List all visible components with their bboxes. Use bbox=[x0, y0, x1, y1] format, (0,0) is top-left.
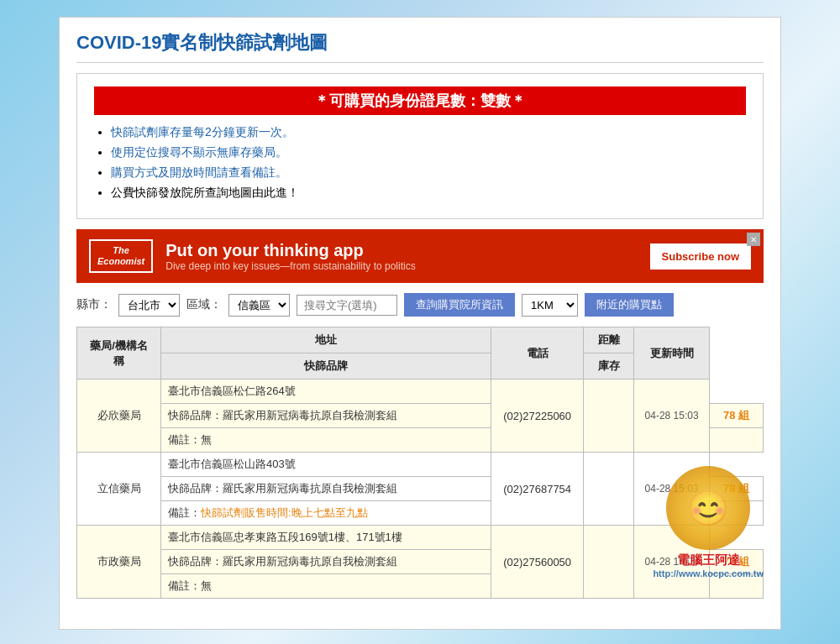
note-link-2[interactable]: 快篩試劑販售時間:晚上七點至九點 bbox=[201, 506, 368, 519]
th-phone: 電話 bbox=[491, 327, 584, 380]
notice-text-4: 公費快篩發放院所查詢地圖由此進！ bbox=[111, 186, 299, 199]
notice-link-1[interactable]: 快篩試劑庫存量每2分鐘更新一次。 bbox=[111, 125, 294, 139]
pharmacy-name-2: 立信藥局 bbox=[77, 453, 161, 526]
district-select[interactable]: 信義區 bbox=[228, 294, 290, 317]
nearby-button[interactable]: 附近的購買點 bbox=[585, 293, 674, 317]
notice-item-1: 快篩試劑庫存量每2分鐘更新一次。 bbox=[111, 125, 746, 140]
stock-1: 78 組 bbox=[710, 404, 764, 428]
watermark-circle: 😊 bbox=[666, 466, 750, 550]
distance-select[interactable]: 1KM 500M 2KM 3KM 5KM bbox=[522, 294, 578, 317]
ad-subscribe-button[interactable]: Subscribe now bbox=[650, 243, 751, 270]
county-select[interactable]: 台北市 bbox=[118, 294, 180, 317]
update-3 bbox=[584, 526, 634, 599]
notice-item-4: 公費快篩發放院所查詢地圖由此進！ bbox=[111, 186, 746, 201]
update-time-1: 04-28 15:03 bbox=[634, 380, 710, 453]
phone-1: (02)27225060 bbox=[491, 380, 584, 453]
update-1 bbox=[584, 380, 634, 453]
watermark: 😊 電腦王阿達 http://www.kocpc.com.tw bbox=[653, 466, 764, 579]
watermark-url: http://www.kocpc.com.tw bbox=[653, 568, 764, 579]
page-title: COVID-19實名制快篩試劑地圖 bbox=[76, 30, 764, 63]
th-stock: 庫存 bbox=[584, 353, 634, 380]
th-brand: 快篩品牌 bbox=[161, 353, 491, 380]
address-3: 臺北市信義區忠孝東路五段169號1樓、171號1樓 bbox=[161, 526, 491, 550]
filter-bar: 縣市： 台北市 區域： 信義區 查詢購買院所資訊 1KM 500M 2KM 3K… bbox=[76, 293, 764, 317]
notice-box: ＊可購買的身份證尾數：雙數＊ 快篩試劑庫存量每2分鐘更新一次。 使用定位搜尋不顯… bbox=[76, 73, 764, 219]
main-container: COVID-19實名制快篩試劑地圖 ＊可購買的身份證尾數：雙數＊ 快篩試劑庫存量… bbox=[59, 17, 781, 630]
search-input[interactable] bbox=[297, 295, 397, 316]
note-3: 備註：無 bbox=[161, 574, 491, 599]
county-label: 縣市： bbox=[76, 297, 112, 312]
pharmacy-name-3: 市政藥局 bbox=[77, 526, 161, 599]
th-address: 地址 bbox=[161, 327, 491, 353]
ad-banner: The Economist Put on your thinking app D… bbox=[76, 229, 764, 283]
phone-2: (02)27687754 bbox=[491, 453, 584, 526]
note-1: 備註：無 bbox=[161, 428, 491, 453]
watermark-face: 😊 bbox=[687, 489, 729, 528]
phone-3: (02)27560050 bbox=[491, 526, 584, 599]
table-row: 必欣藥局 臺北市信義區松仁路264號 (02)27225060 04-28 15… bbox=[77, 380, 764, 404]
notice-item-2: 使用定位搜尋不顯示無庫存藥局。 bbox=[111, 145, 746, 160]
th-update: 更新時間 bbox=[634, 327, 710, 380]
ad-text-block: Put on your thinking app Dive deep into … bbox=[165, 241, 637, 272]
update-2 bbox=[584, 453, 634, 526]
stock-value-1: 78 組 bbox=[723, 409, 749, 421]
address-1: 臺北市信義區松仁路264號 bbox=[161, 380, 491, 404]
ad-close-button[interactable]: ✕ bbox=[747, 233, 760, 246]
district-label: 區域： bbox=[186, 297, 222, 312]
notice-link-3[interactable]: 購買方式及開放時間請查看備註。 bbox=[111, 165, 287, 179]
notice-list: 快篩試劑庫存量每2分鐘更新一次。 使用定位搜尋不顯示無庫存藥局。 購買方式及開放… bbox=[94, 125, 746, 201]
notice-item-3: 購買方式及開放時間請查看備註。 bbox=[111, 165, 746, 181]
ad-subtitle: Dive deep into key issues—from sustainab… bbox=[165, 260, 637, 272]
note-2: 備註：快篩試劑販售時間:晚上七點至九點 bbox=[161, 501, 491, 526]
th-distance: 距離 bbox=[584, 327, 634, 353]
ad-logo: The Economist bbox=[89, 239, 153, 273]
brand-1: 快篩品牌：羅氏家用新冠病毒抗原自我檢測套組 bbox=[161, 404, 491, 428]
ad-title: Put on your thinking app bbox=[165, 241, 637, 260]
brand-2: 快篩品牌：羅氏家用新冠病毒抗原自我檢測套組 bbox=[161, 477, 491, 501]
query-button[interactable]: 查詢購買院所資訊 bbox=[404, 293, 515, 317]
notice-id-title: ＊可購買的身份證尾數：雙數＊ bbox=[94, 86, 746, 115]
address-2: 臺北市信義區松山路403號 bbox=[161, 453, 491, 477]
notice-link-2[interactable]: 使用定位搜尋不顯示無庫存藥局。 bbox=[111, 145, 287, 159]
watermark-brand: 電腦王阿達 bbox=[653, 552, 764, 568]
pharmacy-name-1: 必欣藥局 bbox=[77, 380, 161, 453]
brand-3: 快篩品牌：羅氏家用新冠病毒抗原自我檢測套組 bbox=[161, 550, 491, 574]
th-name: 藥局/機構名稱 bbox=[77, 327, 161, 380]
